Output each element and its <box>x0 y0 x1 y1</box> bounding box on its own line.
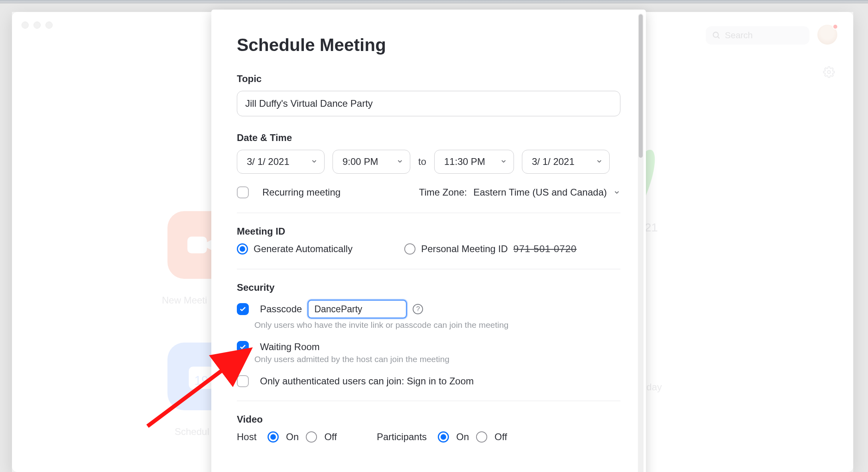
dialog-scrollbar[interactable] <box>638 14 644 472</box>
end-time-value: 11:30 PM <box>444 156 485 167</box>
host-video-off-radio[interactable] <box>306 431 317 443</box>
participants-video-on-radio[interactable] <box>438 431 449 443</box>
datetime-label: Date & Time <box>237 132 620 143</box>
start-time-value: 9:00 PM <box>342 156 378 167</box>
svg-point-0 <box>713 32 718 37</box>
search-input[interactable]: Search <box>706 26 809 45</box>
start-time-dropdown[interactable]: 9:00 PM <box>333 150 410 174</box>
participants-label: Participants <box>377 431 427 443</box>
window-traffic-lights[interactable] <box>22 22 53 29</box>
topic-input[interactable] <box>237 91 620 116</box>
chevron-down-icon <box>311 156 318 167</box>
auth-users-label: Only authenticated users can join: Sign … <box>260 376 474 387</box>
calendar-date-badge: 21 <box>645 221 658 234</box>
video-label: Video <box>237 414 620 425</box>
dialog-title: Schedule Meeting <box>237 35 620 55</box>
waiting-room-label: Waiting Room <box>260 341 320 353</box>
scrollbar-thumb[interactable] <box>639 14 643 158</box>
timezone-prefix: Time Zone: <box>419 187 467 198</box>
chevron-down-icon <box>596 156 603 167</box>
participants-video-off-radio[interactable] <box>476 431 487 443</box>
auth-users-checkbox[interactable] <box>237 375 249 387</box>
schedule-label: Schedul <box>175 426 209 437</box>
off-label: Off <box>494 431 507 443</box>
recurring-checkbox[interactable] <box>237 186 249 198</box>
passcode-input[interactable] <box>307 300 407 319</box>
recurring-label: Recurring meeting <box>262 187 341 198</box>
end-time-dropdown[interactable]: 11:30 PM <box>434 150 514 174</box>
waiting-room-checkbox[interactable] <box>237 341 249 353</box>
svg-line-1 <box>718 37 720 39</box>
waiting-room-hint: Only users admitted by the host can join… <box>254 354 620 364</box>
search-icon <box>712 31 721 40</box>
host-video-on-radio[interactable] <box>268 431 279 443</box>
avatar[interactable] <box>817 25 837 45</box>
on-label: On <box>456 431 469 443</box>
chevron-down-icon <box>613 189 620 196</box>
security-label: Security <box>237 282 620 293</box>
passcode-checkbox[interactable] <box>237 303 249 315</box>
generate-auto-label: Generate Automatically <box>254 243 352 255</box>
day-label: day <box>646 382 662 393</box>
close-dot-icon[interactable] <box>22 22 29 29</box>
end-date-value: 3/ 1/ 2021 <box>532 156 575 167</box>
on-label: On <box>286 431 299 443</box>
search-placeholder: Search <box>725 30 753 41</box>
host-label: Host <box>237 431 256 443</box>
personal-id-value: 971 501 0720 <box>514 243 577 255</box>
svg-rect-3 <box>187 237 207 253</box>
chevron-down-icon <box>396 156 403 167</box>
end-date-dropdown[interactable]: 3/ 1/ 2021 <box>522 150 610 174</box>
maximize-dot-icon[interactable] <box>45 22 53 29</box>
schedule-meeting-dialog: Schedule Meeting Topic Date & Time 3/ 1/… <box>211 10 646 472</box>
timezone-value: Eastern Time (US and Canada) <box>473 187 607 198</box>
topic-label: Topic <box>237 73 620 84</box>
svg-text:19: 19 <box>194 373 208 388</box>
to-label: to <box>418 156 426 167</box>
off-label: Off <box>324 431 337 443</box>
start-date-dropdown[interactable]: 3/ 1/ 2021 <box>237 150 325 174</box>
menubar <box>0 0 868 3</box>
svg-point-2 <box>827 71 831 74</box>
passcode-hint: Only users who have the invite link or p… <box>254 320 620 330</box>
personal-id-label: Personal Meeting ID <box>421 243 508 255</box>
personal-id-radio[interactable] <box>404 243 415 255</box>
start-date-value: 3/ 1/ 2021 <box>247 156 289 167</box>
zoom-main-window: Search New Meeti 19 Schedul 21 day Sched… <box>12 12 853 472</box>
help-icon[interactable]: ? <box>413 304 423 314</box>
timezone-dropdown[interactable]: Time Zone: Eastern Time (US and Canada) <box>419 187 620 198</box>
notification-dot-icon <box>833 24 838 29</box>
meeting-id-label: Meeting ID <box>237 226 620 237</box>
chevron-down-icon <box>500 156 507 167</box>
new-meeting-label: New Meeti <box>162 295 207 306</box>
passcode-label: Passcode <box>260 304 302 315</box>
settings-gear-icon[interactable] <box>823 66 835 81</box>
minimize-dot-icon[interactable] <box>33 22 41 29</box>
generate-auto-radio[interactable] <box>237 243 248 255</box>
